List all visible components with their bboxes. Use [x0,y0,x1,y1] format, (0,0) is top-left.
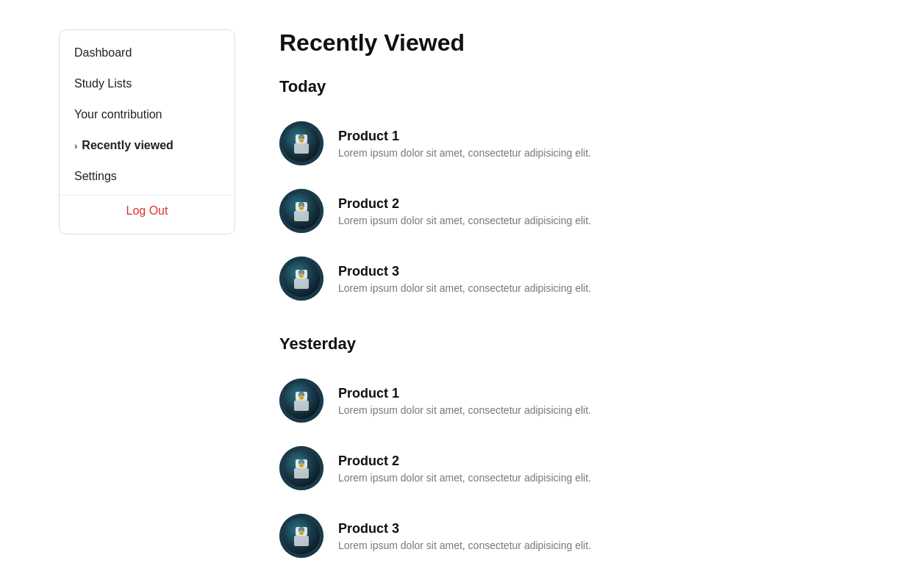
svg-text:🔒: 🔒 [298,392,305,400]
product-description: Lorem ipsum dolor sit amet, consectetur … [338,539,591,551]
section-title-today: Today [279,77,875,96]
list-item[interactable]: 🔒 Product 1Lorem ipsum dolor sit amet, c… [279,367,875,434]
product-description: Lorem ipsum dolor sit amet, consectetur … [338,282,591,294]
product-info: Product 3Lorem ipsum dolor sit amet, con… [338,264,591,294]
avatar: 🔒 [279,257,323,301]
logout-button[interactable]: Log Out [60,195,235,226]
product-info: Product 2Lorem ipsum dolor sit amet, con… [338,196,591,226]
page-title: Recently Viewed [279,29,875,57]
sidebar-item-recently-viewed[interactable]: ›Recently viewed [60,130,235,161]
sidebar-item-settings[interactable]: Settings [60,161,235,192]
svg-rect-27 [294,468,309,478]
section-title-yesterday: Yesterday [279,334,875,354]
sidebar-item-your-contribution[interactable]: Your contribution [60,99,235,130]
sidebar-item-label: Dashboard [74,46,132,60]
avatar: 🔒 [279,121,323,165]
product-name: Product 3 [338,264,591,279]
product-name: Product 2 [338,196,591,212]
sidebar: DashboardStudy ListsYour contribution›Re… [59,29,235,234]
product-list-today: 🔒 Product 1Lorem ipsum dolor sit amet, c… [279,110,875,312]
svg-text:🔒: 🔒 [298,135,305,143]
sidebar-item-label: Recently viewed [82,139,174,152]
product-description: Lorem ipsum dolor sit amet, consectetur … [338,404,591,416]
chevron-right-icon: › [74,140,77,151]
product-info: Product 3Lorem ipsum dolor sit amet, con… [338,521,591,551]
product-info: Product 1Lorem ipsum dolor sit amet, con… [338,129,591,159]
main-content: Recently Viewed Today 🔒 Product 1Lorem i… [235,0,919,588]
sidebar-item-label: Study Lists [74,77,132,90]
svg-rect-21 [294,401,309,411]
sidebar-item-label: Your contribution [74,108,162,121]
list-item[interactable]: 🔒 Product 3Lorem ipsum dolor sit amet, c… [279,245,875,312]
avatar: 🔒 [279,514,323,558]
sidebar-item-study-lists[interactable]: Study Lists [60,68,235,99]
list-item[interactable]: 🔒 Product 1Lorem ipsum dolor sit amet, c… [279,110,875,177]
product-description: Lorem ipsum dolor sit amet, consectetur … [338,472,591,484]
product-description: Lorem ipsum dolor sit amet, consectetur … [338,147,591,159]
avatar: 🔒 [279,379,323,423]
list-item[interactable]: 🔒 Product 2Lorem ipsum dolor sit amet, c… [279,434,875,502]
avatar: 🔒 [279,446,323,490]
svg-rect-33 [294,536,309,546]
product-name: Product 1 [338,129,591,144]
sidebar-item-label: Settings [74,170,117,183]
svg-rect-15 [294,279,309,289]
product-info: Product 2Lorem ipsum dolor sit amet, con… [338,453,591,484]
svg-rect-3 [294,143,309,154]
product-list-yesterday: 🔒 Product 1Lorem ipsum dolor sit amet, c… [279,367,875,570]
svg-text:🔒: 🔒 [298,270,305,278]
svg-text:🔒: 🔒 [298,203,305,210]
sidebar-item-dashboard[interactable]: Dashboard [60,37,235,68]
svg-text:🔒: 🔒 [298,528,305,535]
product-description: Lorem ipsum dolor sit amet, consectetur … [338,215,591,226]
svg-rect-9 [294,211,309,221]
list-item[interactable]: 🔒 Product 3Lorem ipsum dolor sit amet, c… [279,502,875,570]
product-name: Product 2 [338,453,591,469]
product-info: Product 1Lorem ipsum dolor sit amet, con… [338,386,591,416]
avatar: 🔒 [279,189,323,233]
svg-text:🔒: 🔒 [298,460,305,467]
product-name: Product 3 [338,521,591,537]
list-item[interactable]: 🔒 Product 2Lorem ipsum dolor sit amet, c… [279,177,875,245]
product-name: Product 1 [338,386,591,401]
